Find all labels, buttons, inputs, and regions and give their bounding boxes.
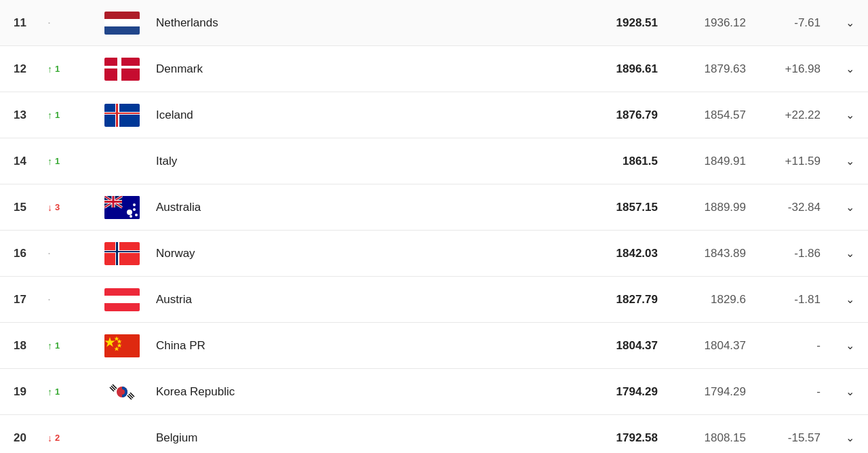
country-name: Austria bbox=[149, 293, 570, 307]
previous-points: 1843.89 bbox=[658, 247, 746, 260]
current-points: 1928.51 bbox=[570, 16, 658, 30]
previous-points: 1829.6 bbox=[658, 293, 746, 307]
change-value: 1 bbox=[55, 110, 60, 120]
chevron-down-icon[interactable]: ⌄ bbox=[846, 155, 854, 167]
rank-change: · bbox=[47, 16, 95, 30]
table-row: 11·Netherlands1928.511936.12-7.61⌄ bbox=[0, 0, 868, 46]
expand-button[interactable]: ⌄ bbox=[821, 201, 854, 214]
rank-change: ↓2 bbox=[47, 433, 95, 444]
up-arrow-icon: ↑ bbox=[47, 110, 52, 121]
current-points: 1861.5 bbox=[570, 155, 658, 168]
points-difference: - bbox=[746, 339, 821, 353]
expand-button[interactable]: ⌄ bbox=[821, 62, 854, 75]
chevron-down-icon[interactable]: ⌄ bbox=[846, 386, 854, 397]
points-difference: +16.98 bbox=[746, 62, 821, 76]
table-row: 18↑1 China PR1804.371804.37-⌄ bbox=[0, 323, 868, 369]
previous-points: 1889.99 bbox=[658, 201, 746, 214]
current-points: 1842.03 bbox=[570, 247, 658, 260]
down-arrow-icon: ↓ bbox=[47, 202, 52, 213]
expand-button[interactable]: ⌄ bbox=[821, 293, 854, 306]
points-difference: -1.81 bbox=[746, 293, 821, 307]
previous-points: 1808.15 bbox=[658, 431, 746, 445]
svg-point-23 bbox=[119, 389, 125, 395]
rank-change: ↑1 bbox=[47, 340, 95, 351]
chevron-down-icon[interactable]: ⌄ bbox=[846, 340, 854, 351]
country-flag bbox=[95, 196, 149, 219]
rank-number: 17 bbox=[14, 293, 47, 307]
rank-number: 19 bbox=[14, 385, 47, 399]
expand-button[interactable]: ⌄ bbox=[821, 16, 854, 29]
svg-point-11 bbox=[133, 208, 136, 211]
points-difference: -32.84 bbox=[746, 201, 821, 214]
chevron-down-icon[interactable]: ⌄ bbox=[846, 63, 854, 75]
chevron-down-icon[interactable]: ⌄ bbox=[846, 17, 854, 28]
expand-button[interactable]: ⌄ bbox=[821, 247, 854, 260]
table-row: 14↑1Italy1861.51849.91+11.59⌄ bbox=[0, 138, 868, 184]
chevron-down-icon[interactable]: ⌄ bbox=[846, 109, 854, 121]
country-flag bbox=[95, 150, 149, 173]
table-row: 20↓2Belgium1792.581808.15-15.57⌄ bbox=[0, 415, 868, 453]
points-difference: +22.22 bbox=[746, 109, 821, 122]
rank-change: ↑1 bbox=[47, 110, 95, 121]
country-name: Denmark bbox=[149, 62, 570, 76]
expand-button[interactable]: ⌄ bbox=[821, 385, 854, 398]
change-value: 3 bbox=[55, 202, 60, 212]
rank-change: ↑1 bbox=[47, 64, 95, 75]
country-name: Italy bbox=[149, 155, 570, 168]
change-value: 1 bbox=[55, 156, 60, 166]
country-flag bbox=[95, 334, 149, 357]
country-flag bbox=[95, 427, 149, 450]
country-flag bbox=[95, 288, 149, 311]
rank-number: 18 bbox=[14, 339, 47, 353]
svg-point-12 bbox=[135, 214, 138, 216]
rank-number: 15 bbox=[14, 201, 47, 214]
current-points: 1804.37 bbox=[570, 339, 658, 353]
country-flag bbox=[95, 104, 149, 127]
neutral-icon: · bbox=[47, 16, 51, 30]
svg-point-14 bbox=[133, 203, 136, 206]
previous-points: 1804.37 bbox=[658, 339, 746, 353]
rank-change: ↓3 bbox=[47, 202, 95, 213]
expand-button[interactable]: ⌄ bbox=[821, 339, 854, 352]
points-difference: -7.61 bbox=[746, 16, 821, 30]
previous-points: 1854.57 bbox=[658, 109, 746, 122]
svg-point-13 bbox=[130, 215, 132, 218]
up-arrow-icon: ↑ bbox=[47, 156, 52, 167]
previous-points: 1936.12 bbox=[658, 16, 746, 30]
current-points: 1827.79 bbox=[570, 293, 658, 307]
country-flag bbox=[95, 58, 149, 81]
country-flag bbox=[95, 380, 149, 403]
table-row: 13↑1Iceland1876.791854.57+22.22⌄ bbox=[0, 92, 868, 138]
country-name: Korea Republic bbox=[149, 385, 570, 399]
ranking-table: 11·Netherlands1928.511936.12-7.61⌄12↑1De… bbox=[0, 0, 868, 453]
expand-button[interactable]: ⌄ bbox=[821, 431, 854, 444]
table-row: 15↓3 Australia1857.151889.99-32.84⌄ bbox=[0, 184, 868, 231]
rank-number: 14 bbox=[14, 155, 47, 168]
up-arrow-icon: ↑ bbox=[47, 387, 52, 397]
change-value: 1 bbox=[55, 387, 60, 397]
points-difference: -15.57 bbox=[746, 431, 821, 445]
rank-number: 11 bbox=[14, 16, 47, 30]
points-difference: +11.59 bbox=[746, 155, 821, 168]
current-points: 1794.29 bbox=[570, 385, 658, 399]
expand-button[interactable]: ⌄ bbox=[821, 155, 854, 168]
table-row: 12↑1Denmark1896.611879.63+16.98⌄ bbox=[0, 46, 868, 92]
chevron-down-icon[interactable]: ⌄ bbox=[846, 248, 854, 259]
country-flag bbox=[95, 12, 149, 35]
expand-button[interactable]: ⌄ bbox=[821, 109, 854, 121]
chevron-down-icon[interactable]: ⌄ bbox=[846, 201, 854, 213]
current-points: 1876.79 bbox=[570, 109, 658, 122]
country-flag bbox=[95, 242, 149, 265]
country-name: Netherlands bbox=[149, 16, 570, 30]
up-arrow-icon: ↑ bbox=[47, 64, 52, 75]
up-arrow-icon: ↑ bbox=[47, 340, 52, 351]
country-name: Norway bbox=[149, 247, 570, 260]
table-row: 17·Austria1827.791829.6-1.81⌄ bbox=[0, 277, 868, 323]
change-value: 2 bbox=[55, 433, 60, 443]
previous-points: 1879.63 bbox=[658, 62, 746, 76]
current-points: 1857.15 bbox=[570, 201, 658, 214]
chevron-down-icon[interactable]: ⌄ bbox=[846, 294, 854, 305]
rank-number: 13 bbox=[14, 109, 47, 122]
chevron-down-icon[interactable]: ⌄ bbox=[846, 432, 854, 444]
table-row: 19↑1 Korea Republic1794.291794.29-⌄ bbox=[0, 369, 868, 415]
